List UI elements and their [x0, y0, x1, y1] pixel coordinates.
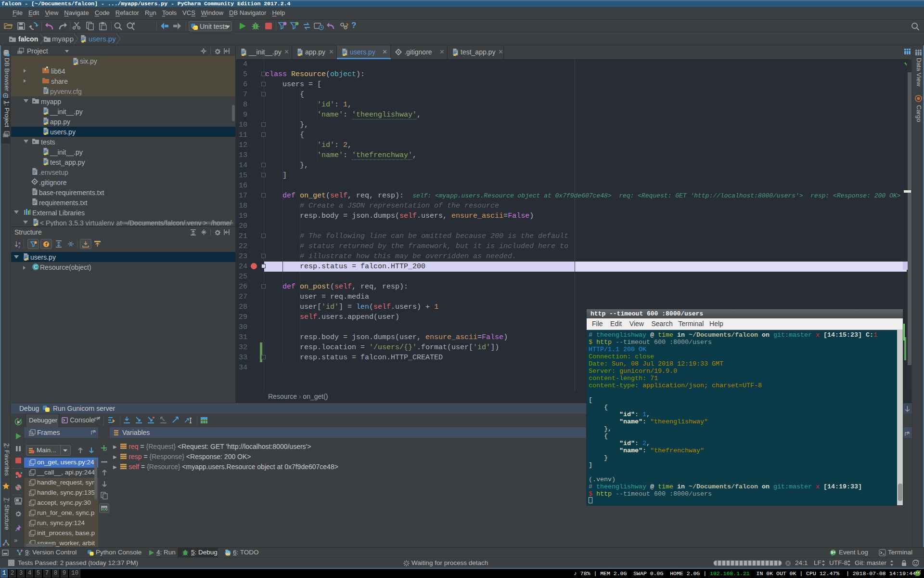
svg-text:9+: 9+	[831, 550, 836, 555]
svg-text:C: C	[34, 264, 38, 270]
svg-text:f: f	[45, 242, 48, 248]
svg-text:s: s	[32, 431, 34, 434]
svg-text:z: z	[18, 245, 20, 249]
